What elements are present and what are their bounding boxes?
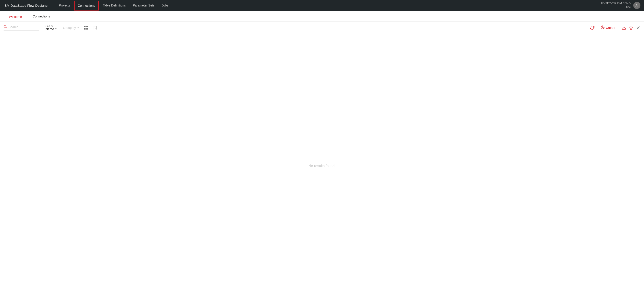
no-results-message: No results found. (308, 164, 336, 168)
nav-link-parameter-sets[interactable]: Parameter Sets (130, 0, 158, 11)
refresh-button[interactable] (590, 26, 594, 30)
grid-view-button[interactable] (83, 25, 89, 31)
download-button[interactable] (622, 26, 626, 30)
top-nav: IBM DataStage Flow Designer Projects Con… (0, 0, 644, 11)
sort-by-group: Sort by Name (46, 25, 58, 31)
main-content: No results found. (0, 34, 644, 298)
svg-line-1 (6, 27, 7, 28)
secondary-nav: Welcome Connections (0, 11, 644, 22)
sort-by-label: Sort by (46, 25, 58, 27)
nav-link-table-definitions[interactable]: Table Definitions (100, 0, 129, 11)
user-info: IIS-SERVER.IBM.DEMO Lab3 (601, 2, 630, 9)
svg-rect-5 (86, 28, 88, 30)
toolbar-right: Create (590, 24, 640, 31)
search-input[interactable] (8, 25, 35, 29)
create-label: Create (606, 26, 615, 30)
sort-by-select[interactable]: Name (46, 27, 58, 31)
group-by-label: Group by (63, 26, 76, 30)
nav-link-jobs[interactable]: Jobs (158, 0, 172, 11)
sort-chevron-icon (55, 27, 58, 31)
user-lab: Lab3 (601, 5, 630, 9)
group-by-container[interactable]: Group by (63, 26, 80, 30)
search-icon (4, 25, 7, 29)
user-server: IIS-SERVER.IBM.DEMO (601, 2, 630, 5)
sort-by-value: Name (46, 27, 54, 31)
svg-rect-4 (84, 28, 86, 30)
nav-link-connections[interactable]: Connections (74, 1, 99, 11)
lightbulb-button[interactable] (629, 26, 633, 30)
create-button[interactable]: Create (597, 24, 619, 31)
nav-links: Projects Connections Table Definitions P… (56, 0, 172, 11)
bookmark-button[interactable] (92, 25, 98, 31)
welcome-tab[interactable]: Welcome (4, 15, 27, 21)
svg-rect-2 (84, 26, 86, 27)
nav-right: IIS-SERVER.IBM.DEMO Lab3 AI (601, 2, 640, 9)
search-container (4, 25, 39, 31)
group-by-chevron-icon (77, 26, 80, 29)
avatar[interactable]: AI (633, 2, 640, 9)
toolbar: Sort by Name Group by (0, 22, 644, 34)
connections-tab[interactable]: Connections (27, 15, 56, 21)
app-title: IBM DataStage Flow Designer (4, 4, 49, 7)
svg-rect-3 (86, 26, 88, 27)
nav-link-projects[interactable]: Projects (56, 0, 74, 11)
close-button[interactable] (636, 26, 640, 30)
nav-left: IBM DataStage Flow Designer Projects Con… (4, 0, 172, 11)
plus-icon (601, 26, 604, 30)
